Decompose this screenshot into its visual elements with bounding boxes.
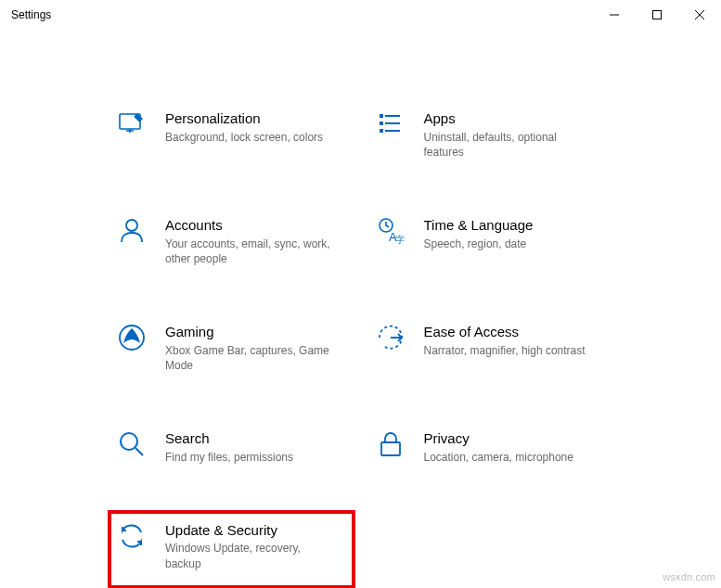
category-desc: Uninstall, defaults, optional features: [424, 130, 591, 161]
category-title: Privacy: [424, 429, 605, 448]
maximize-button[interactable]: [636, 0, 678, 30]
settings-grid: Personalization Background, lock screen,…: [111, 104, 610, 583]
category-desc: Windows Update, recovery, backup: [165, 541, 332, 572]
category-text: Privacy Location, camera, microphone: [424, 429, 605, 465]
category-text: Gaming Xbox Game Bar, captures, Game Mod…: [165, 323, 346, 374]
category-desc: Background, lock screen, colors: [165, 130, 332, 146]
svg-rect-7: [385, 130, 400, 132]
svg-rect-0: [653, 11, 662, 19]
window-controls: [593, 0, 721, 30]
category-desc: Narrator, magnifier, high contrast: [424, 343, 591, 359]
category-desc: Your accounts, email, sync, work, other …: [165, 236, 332, 268]
minimize-icon: [610, 10, 619, 19]
watermark: wsxdn.com: [663, 571, 715, 582]
category-search[interactable]: Search Find my files, permissions: [111, 424, 352, 470]
category-time-language[interactable]: A 字 Time & Language Speech, region, date: [370, 211, 611, 273]
ease-of-access-icon: [376, 323, 406, 352]
search-icon: [117, 429, 147, 459]
category-gaming[interactable]: Gaming Xbox Game Bar, captures, Game Mod…: [111, 317, 352, 379]
minimize-button[interactable]: [593, 0, 636, 30]
svg-rect-4: [380, 121, 383, 125]
category-text: Apps Uninstall, defaults, optional featu…: [424, 109, 605, 160]
svg-rect-6: [380, 129, 383, 133]
category-text: Personalization Background, lock screen,…: [165, 109, 346, 145]
svg-point-13: [121, 433, 137, 450]
svg-rect-14: [381, 442, 400, 455]
apps-icon: [376, 109, 406, 139]
svg-text:字: 字: [395, 235, 405, 245]
accounts-icon: [117, 216, 147, 246]
category-accounts[interactable]: Accounts Your accounts, email, sync, wor…: [111, 211, 352, 273]
category-apps[interactable]: Apps Uninstall, defaults, optional featu…: [370, 104, 611, 166]
category-text: Time & Language Speech, region, date: [424, 216, 605, 251]
category-title: Accounts: [165, 216, 346, 235]
maximize-icon: [652, 10, 662, 19]
category-title: Personalization: [165, 109, 346, 128]
personalization-icon: [117, 109, 147, 139]
category-text: Ease of Access Narrator, magnifier, high…: [424, 323, 605, 358]
category-text: Accounts Your accounts, email, sync, wor…: [165, 216, 346, 267]
window-title: Settings: [11, 8, 51, 21]
time-language-icon: A 字: [376, 216, 406, 246]
category-ease-of-access[interactable]: Ease of Access Narrator, magnifier, high…: [370, 317, 611, 379]
category-title: Gaming: [165, 323, 346, 341]
category-title: Time & Language: [424, 216, 605, 235]
close-icon: [695, 10, 704, 19]
svg-point-8: [126, 220, 137, 231]
svg-rect-2: [380, 114, 383, 118]
privacy-icon: [376, 429, 406, 459]
category-desc: Xbox Game Bar, captures, Game Mode: [165, 343, 332, 375]
category-text: Search Find my files, permissions: [165, 429, 346, 465]
category-personalization[interactable]: Personalization Background, lock screen,…: [111, 104, 352, 166]
category-desc: Speech, region, date: [424, 236, 591, 252]
titlebar: Settings: [0, 0, 721, 30]
category-privacy[interactable]: Privacy Location, camera, microphone: [370, 424, 611, 470]
category-desc: Find my files, permissions: [165, 450, 332, 466]
gaming-icon: [117, 323, 147, 352]
category-title: Apps: [424, 109, 605, 128]
category-title: Ease of Access: [424, 323, 605, 341]
close-button[interactable]: [678, 0, 721, 30]
settings-content: Personalization Background, lock screen,…: [0, 30, 721, 583]
update-security-icon: [117, 521, 147, 551]
svg-rect-3: [385, 115, 400, 117]
category-title: Search: [165, 429, 346, 448]
category-title: Update & Security: [165, 521, 346, 540]
category-text: Update & Security Windows Update, recove…: [165, 521, 346, 572]
svg-rect-5: [385, 122, 400, 124]
category-update-security[interactable]: Update & Security Windows Update, recove…: [108, 510, 355, 588]
category-desc: Location, camera, microphone: [424, 450, 591, 466]
